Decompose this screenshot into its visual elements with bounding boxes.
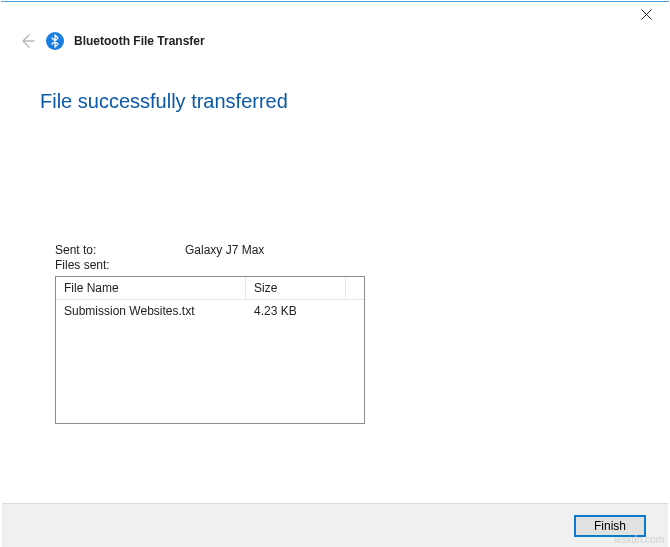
button-bar: Finish bbox=[2, 503, 668, 547]
bluetooth-icon bbox=[46, 32, 64, 50]
back-button bbox=[18, 32, 36, 50]
files-sent-label: Files sent: bbox=[55, 258, 185, 272]
window-top-border bbox=[1, 1, 669, 2]
wizard-header: Bluetooth File Transfer bbox=[0, 30, 670, 50]
files-table-container: File Name Size Submission Websites.txt 4… bbox=[55, 276, 365, 424]
transfer-info: Sent to: Galaxy J7 Max Files sent: File … bbox=[0, 113, 670, 424]
page-heading: File successfully transferred bbox=[0, 50, 670, 113]
sent-to-value: Galaxy J7 Max bbox=[185, 243, 264, 257]
watermark: wsxdn.com bbox=[614, 534, 664, 545]
table-header-row: File Name Size bbox=[56, 277, 364, 300]
sent-to-label: Sent to: bbox=[55, 243, 185, 257]
column-header-spacer bbox=[346, 277, 364, 300]
title-bar bbox=[0, 0, 670, 30]
table-row[interactable]: Submission Websites.txt 4.23 KB bbox=[56, 300, 364, 322]
column-header-filename[interactable]: File Name bbox=[56, 277, 246, 300]
close-button[interactable] bbox=[626, 2, 666, 26]
app-title: Bluetooth File Transfer bbox=[74, 34, 205, 48]
column-header-size[interactable]: Size bbox=[246, 277, 346, 300]
back-arrow-icon bbox=[19, 33, 35, 49]
files-sent-row: Files sent: bbox=[55, 258, 630, 272]
close-icon bbox=[641, 9, 652, 20]
cell-size: 4.23 KB bbox=[246, 300, 346, 322]
cell-filename: Submission Websites.txt bbox=[56, 300, 246, 322]
files-table: File Name Size Submission Websites.txt 4… bbox=[56, 277, 364, 322]
sent-to-row: Sent to: Galaxy J7 Max bbox=[55, 243, 630, 257]
